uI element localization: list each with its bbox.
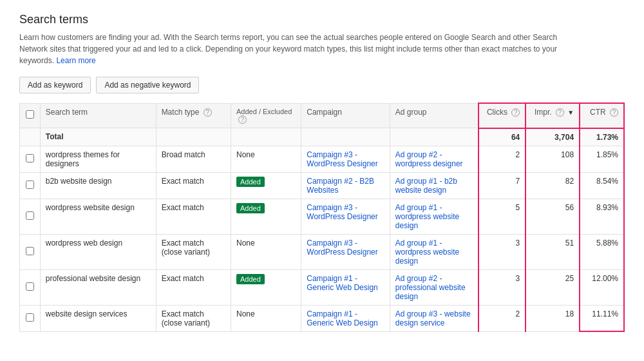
- row-campaign: Campaign #3 - WordPress Designer: [301, 199, 390, 234]
- row-search-term: wordpress themes for designers: [40, 146, 156, 172]
- row-match-type: Exact match: [156, 269, 231, 305]
- row-ad-group: Ad group #3 - website design service: [390, 305, 478, 331]
- total-clicks: 64: [478, 128, 526, 146]
- row-search-term: wordpress website design: [40, 199, 156, 234]
- added-badge: Added: [236, 177, 265, 187]
- row-ctr: 12.00%: [580, 269, 624, 305]
- row-checkbox[interactable]: [26, 154, 34, 162]
- row-campaign: Campaign #2 - B2B Websites: [301, 172, 390, 199]
- campaign-link[interactable]: Campaign #3 - WordPress Designer: [307, 239, 377, 257]
- impr-help-icon[interactable]: ?: [556, 108, 564, 117]
- total-adgroup: [390, 128, 478, 146]
- campaign-link[interactable]: Campaign #3 - WordPress Designer: [307, 150, 377, 168]
- row-clicks: 3: [478, 269, 526, 305]
- row-ctr: 5.88%: [580, 234, 624, 269]
- row-impr: 82: [526, 172, 580, 199]
- table-row: b2b website designExact matchAddedCampai…: [20, 172, 625, 199]
- row-campaign: Campaign #1 - Generic Web Design: [301, 305, 390, 331]
- campaign-link[interactable]: Campaign #3 - WordPress Designer: [307, 203, 377, 221]
- row-ad-group: Ad group #1 - wordpress website design: [390, 199, 478, 234]
- table-row: website design servicesExact match (clos…: [20, 305, 625, 331]
- row-impr: 56: [526, 199, 580, 234]
- header-added-excluded: Added / Excluded ?: [231, 103, 301, 128]
- row-impr: 25: [526, 269, 580, 305]
- row-impr: 18: [526, 305, 580, 331]
- search-terms-table: Search term Match type ? Added / Exclude…: [19, 102, 625, 332]
- row-ad-group: Ad group #1 - wordpress website design: [390, 234, 478, 269]
- row-added-excluded: None: [231, 305, 301, 331]
- row-added-excluded: Added: [231, 269, 301, 305]
- row-added-excluded: Added: [231, 172, 301, 199]
- row-checkbox[interactable]: [26, 247, 34, 255]
- header-clicks[interactable]: Clicks ?: [478, 103, 526, 128]
- ad-group-link[interactable]: Ad group #1 - wordpress website design: [395, 203, 459, 230]
- row-match-type: Exact match (close variant): [156, 305, 231, 331]
- add-keyword-button[interactable]: Add as keyword: [19, 77, 91, 93]
- page-description: Learn how customers are finding your ad.…: [19, 32, 573, 66]
- campaign-link[interactable]: Campaign #1 - Generic Web Design: [307, 274, 378, 292]
- total-label: Total: [40, 128, 156, 146]
- ad-group-link[interactable]: Ad group #3 - website design service: [395, 309, 471, 327]
- row-ctr: 11.11%: [580, 305, 624, 331]
- impr-sort-arrow: ▼: [567, 109, 574, 116]
- row-checkbox[interactable]: [26, 313, 34, 322]
- campaign-link[interactable]: Campaign #2 - B2B Websites: [307, 177, 374, 195]
- row-ctr: 1.85%: [580, 146, 624, 172]
- table-row: wordpress website designExact matchAdded…: [20, 199, 625, 234]
- total-impr: 3,704: [526, 128, 580, 146]
- ad-group-link[interactable]: Ad group #2 - professional website desig…: [395, 274, 466, 301]
- row-clicks: 3: [478, 234, 526, 269]
- page-title: Search terms: [19, 13, 625, 26]
- row-added-excluded: None: [231, 234, 301, 269]
- select-all-checkbox[interactable]: [26, 110, 34, 119]
- row-clicks: 2: [478, 305, 526, 331]
- total-added: [231, 128, 301, 146]
- header-impr[interactable]: Impr. ? ▼: [526, 103, 580, 128]
- campaign-link[interactable]: Campaign #1 - Generic Web Design: [307, 309, 378, 327]
- ad-group-link[interactable]: Ad group #1 - b2b website design: [395, 177, 457, 195]
- table-row: wordpress themes for designersBroad matc…: [20, 146, 625, 172]
- learn-more-link[interactable]: Learn more: [56, 56, 95, 65]
- row-clicks: 7: [478, 172, 526, 199]
- row-clicks: 2: [478, 146, 526, 172]
- ctr-help-icon[interactable]: ?: [610, 108, 618, 117]
- row-campaign: Campaign #3 - WordPress Designer: [301, 234, 390, 269]
- header-ad-group: Ad group: [390, 103, 478, 128]
- row-checkbox-cell: [20, 269, 41, 305]
- row-clicks: 5: [478, 199, 526, 234]
- row-checkbox-cell: [20, 146, 41, 172]
- ad-group-link[interactable]: Ad group #1 - wordpress website design: [395, 239, 459, 266]
- header-campaign: Campaign: [301, 103, 390, 128]
- row-checkbox[interactable]: [26, 211, 34, 220]
- total-campaign: [301, 128, 390, 146]
- row-ctr: 8.54%: [580, 172, 624, 199]
- table-row: wordpress web designExact match (close v…: [20, 234, 625, 269]
- add-negative-keyword-button[interactable]: Add as negative keyword: [96, 77, 199, 93]
- total-checkbox-cell: [20, 128, 41, 146]
- added-badge: Added: [236, 203, 265, 213]
- added-excluded-help-icon[interactable]: ?: [238, 115, 247, 124]
- row-match-type: Exact match: [156, 172, 231, 199]
- clicks-help-icon[interactable]: ?: [511, 108, 520, 117]
- row-impr: 108: [526, 146, 580, 172]
- row-checkbox[interactable]: [26, 180, 34, 189]
- ad-group-link[interactable]: Ad group #2 - wordpress designer: [395, 150, 463, 168]
- total-match-type: [156, 128, 231, 146]
- row-search-term: website design services: [40, 305, 156, 331]
- row-ad-group: Ad group #1 - b2b website design: [390, 172, 478, 199]
- header-search-term: Search term: [40, 103, 156, 128]
- row-search-term: wordpress web design: [40, 234, 156, 269]
- match-type-help-icon[interactable]: ?: [204, 108, 212, 117]
- row-ad-group: Ad group #2 - wordpress designer: [390, 146, 478, 172]
- row-match-type: Exact match: [156, 199, 231, 234]
- added-badge: Added: [236, 274, 265, 284]
- row-added-excluded: None: [231, 146, 301, 172]
- row-match-type: Exact match (close variant): [156, 234, 231, 269]
- row-checkbox-cell: [20, 305, 41, 331]
- row-ctr: 8.93%: [580, 199, 624, 234]
- total-ctr: 1.73%: [580, 128, 624, 146]
- header-ctr[interactable]: CTR ?: [580, 103, 624, 128]
- row-checkbox[interactable]: [26, 282, 34, 291]
- toolbar: Add as keyword Add as negative keyword: [19, 77, 625, 93]
- header-match-type: Match type ?: [156, 103, 231, 128]
